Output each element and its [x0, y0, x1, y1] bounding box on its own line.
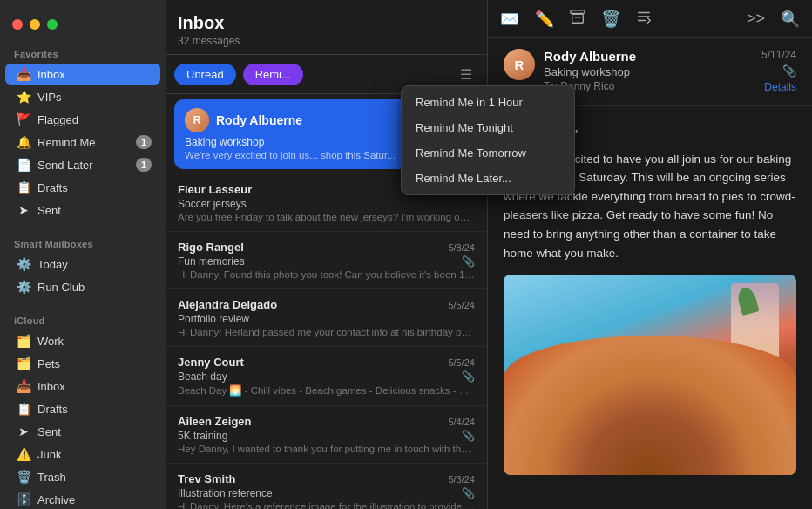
email-sender: Alejandra Delgado — [178, 298, 277, 311]
attachment-indicator: 📎 — [462, 370, 475, 383]
email-row[interactable]: Trev Smith 5/3/24 Illustration reference… — [166, 464, 487, 509]
move-icon[interactable] — [636, 9, 652, 29]
attachment-indicator: 📎 — [462, 487, 475, 499]
email-subject-text: Beach day — [178, 370, 227, 383]
sidebar-item-archive[interactable]: 🗄️ Archive — [5, 489, 160, 509]
sidebar-item-icloud-drafts-label: Drafts — [37, 403, 68, 416]
sidebar-item-remind-me[interactable]: 🔔 Remind Me 1 — [5, 132, 160, 153]
archive-action-icon[interactable] — [570, 9, 585, 29]
sidebar-item-icloud-inbox[interactable]: 📥 Inbox — [5, 376, 160, 397]
email-row[interactable]: Rigo Rangel 5/8/24 Fun memories 📎 Hi Dan… — [166, 232, 487, 289]
inbox-title: Inbox — [178, 12, 475, 33]
pizza-element — [504, 336, 796, 475]
sidebar-item-sent[interactable]: ➤ Sent — [5, 200, 160, 221]
remind-tomorrow-item[interactable]: Remind Me Tomorrow — [402, 140, 574, 166]
email-sender: Aileen Zeigen — [178, 415, 252, 428]
compose-icon[interactable]: ✏️ — [535, 10, 554, 29]
email-subject-row: Fun memories 📎 — [178, 255, 475, 268]
email-subject-row: Portfolio review — [178, 313, 475, 325]
sidebar-item-send-later[interactable]: 📄 Send Later 1 — [5, 154, 160, 175]
sidebar-item-flagged-label: Flagged — [37, 113, 78, 126]
sidebar-item-pets-label: Pets — [37, 357, 60, 370]
sidebar-item-drafts-label: Drafts — [37, 181, 68, 194]
icloud-sent-icon: ➤ — [16, 424, 31, 439]
baking-image — [504, 275, 796, 475]
sent-icon: ➤ — [16, 202, 31, 218]
sidebar-item-icloud-sent[interactable]: ➤ Sent — [5, 421, 160, 442]
icloud-section-label: iCloud — [0, 309, 166, 329]
sidebar-item-sent-label: Sent — [37, 204, 61, 217]
sidebar-item-run-club[interactable]: ⚙️ Run Club — [5, 276, 160, 297]
send-later-badge: 1 — [136, 158, 152, 172]
icloud-drafts-icon: 📋 — [16, 401, 31, 417]
sidebar-item-flagged[interactable]: 🚩 Flagged — [5, 109, 160, 130]
email-subject-text: Fun memories — [178, 255, 245, 268]
sidebar-item-drafts[interactable]: 📋 Drafts — [5, 177, 160, 198]
sidebar-item-junk[interactable]: ⚠️ Junk — [5, 444, 160, 465]
email-preview: Hey Danny, I wanted to thank you for put… — [178, 444, 475, 454]
remind-dropdown: Remind Me in 1 Hour Remind Me Tonight Re… — [401, 85, 575, 195]
remind-me-badge: 1 — [136, 135, 152, 149]
sidebar-item-pets[interactable]: 🗂️ Pets — [5, 353, 160, 374]
trash-action-icon[interactable]: 🗑️ — [601, 10, 620, 29]
sidebar-item-icloud-drafts[interactable]: 📋 Drafts — [5, 398, 160, 419]
email-sender: Fleur Lasseur — [178, 183, 252, 196]
sidebar-item-today[interactable]: ⚙️ Today — [5, 254, 160, 275]
email-row[interactable]: Aileen Zeigen 5/4/24 5K training 📎 Hey D… — [166, 406, 487, 464]
close-button[interactable] — [12, 19, 23, 30]
email-date: 5/5/24 — [448, 300, 475, 310]
remind-later-item[interactable]: Remind Me Later... — [402, 166, 574, 191]
detail-subject: Baking workshop — [544, 65, 753, 78]
email-date: 5/8/24 — [448, 242, 475, 253]
remind-filter-button[interactable]: Remi... — [243, 64, 303, 85]
sidebar: Favorites 📥 Inbox ⭐ VIPs 🚩 Flagged 🔔 Rem… — [0, 0, 166, 509]
icloud-inbox-icon: 📥 — [16, 378, 31, 394]
flag-icon: 🚩 — [16, 112, 31, 127]
sender-info: Rody Albuerne Baking workshop To: Danny … — [544, 49, 753, 92]
email-preview: Beach Day 🌅 - Chill vibes - Beach games … — [178, 384, 475, 397]
reply-icon[interactable]: ✉️ — [500, 10, 519, 29]
details-link[interactable]: Details — [764, 81, 796, 93]
sidebar-item-remind-me-label: Remind Me — [37, 136, 95, 149]
email-row[interactable]: Jenny Court 5/5/24 Beach day 📎 Beach Day… — [166, 347, 487, 406]
email-detail: ✉️ ✏️ 🗑️ >> 🔍 R Rody Albuerne Baking wor… — [488, 0, 812, 509]
email-list: Inbox 32 messages Unread Remi... ☰ R Rod… — [166, 0, 488, 509]
favorites-section-label: Favorites — [0, 42, 166, 63]
inbox-icon: 📥 — [16, 66, 31, 82]
unread-filter-button[interactable]: Unread — [174, 64, 236, 85]
minimize-button[interactable] — [30, 19, 40, 30]
sidebar-item-work[interactable]: 🗂️ Work — [5, 330, 160, 351]
featured-sender: Rody Albuerne — [216, 113, 302, 127]
archive-icon: 🗄️ — [16, 492, 31, 507]
sidebar-item-trash[interactable]: 🗑️ Trash — [5, 466, 160, 487]
detail-date-area: 5/11/24 📎 Details — [761, 49, 796, 93]
email-sender: Rigo Rangel — [178, 241, 244, 254]
send-later-icon: 📄 — [16, 157, 31, 173]
email-preview: Are you free Friday to talk about the ne… — [178, 212, 475, 222]
email-subject-row: Illustration reference 📎 — [178, 487, 475, 499]
remind-tonight-item[interactable]: Remind Me Tonight — [402, 115, 574, 140]
email-row[interactable]: Alejandra Delgado 5/5/24 Portfolio revie… — [166, 289, 487, 347]
email-preview: Hi Danny, Here's a reference image for t… — [178, 501, 475, 509]
email-subject-text: 5K training — [178, 430, 227, 442]
sidebar-item-vips[interactable]: ⭐ VIPs — [5, 86, 160, 107]
more-actions-icon[interactable]: >> — [747, 10, 765, 28]
email-date: 5/4/24 — [448, 417, 475, 427]
detail-date: 5/11/24 — [761, 49, 796, 61]
remind-1-hour-item[interactable]: Remind Me in 1 Hour — [402, 90, 574, 115]
svg-rect-0 — [571, 10, 585, 14]
detail-to: To: Danny Rico — [544, 80, 753, 92]
sidebar-item-trash-label: Trash — [37, 471, 66, 484]
sidebar-item-inbox[interactable]: 📥 Inbox — [5, 64, 160, 85]
garnish-element — [735, 286, 759, 316]
attachment-indicator: 📎 — [462, 430, 475, 442]
filter-options-button[interactable]: ☰ — [454, 62, 478, 86]
email-sender: Jenny Court — [178, 356, 244, 369]
email-subject-text: Soccer jerseys — [178, 198, 247, 210]
sender-avatar: R — [504, 49, 535, 80]
search-icon[interactable]: 🔍 — [781, 10, 800, 29]
email-subject-text: Illustration reference — [178, 487, 273, 499]
maximize-button[interactable] — [47, 19, 58, 30]
trash-icon: 🗑️ — [16, 469, 31, 485]
pets-folder-icon: 🗂️ — [16, 356, 31, 371]
